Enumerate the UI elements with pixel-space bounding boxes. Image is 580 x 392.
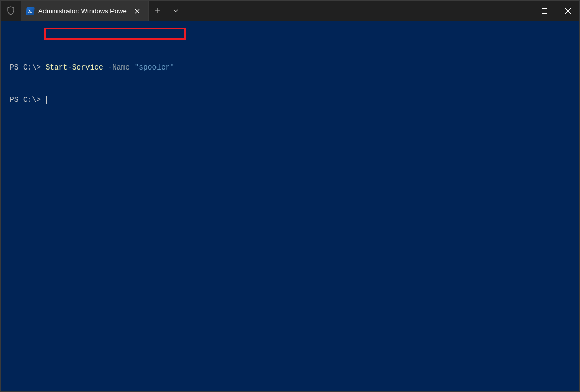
svg-rect-2: [542, 8, 547, 13]
cursor: [46, 96, 47, 104]
close-icon: [565, 8, 571, 14]
window-minimize-button[interactable]: [509, 1, 532, 21]
chevron-down-icon: [173, 9, 179, 12]
tab-title: Administrator: Windows Powe: [38, 7, 127, 15]
terminal-tab[interactable]: Administrator: Windows Powe: [21, 1, 148, 21]
annotation-highlight-box: [44, 28, 186, 40]
maximize-icon: [542, 8, 547, 14]
terminal-line: PS C:\> Start-Service -Name "spooler": [10, 62, 570, 73]
window-controls: [509, 1, 579, 21]
titlebar-drag-area[interactable]: [185, 1, 509, 21]
powershell-icon: [26, 7, 34, 15]
plus-icon: [154, 8, 161, 14]
command-string: "spooler": [135, 63, 174, 72]
terminal-body[interactable]: PS C:\> Start-Service -Name "spooler" PS…: [1, 21, 579, 125]
window-maximize-button[interactable]: [532, 1, 556, 21]
command-parameter: -Name: [103, 63, 135, 72]
window-titlebar: Administrator: Windows Powe: [1, 1, 579, 21]
command-cmdlet: Start-Service: [46, 63, 103, 72]
tab-actions: [148, 1, 185, 21]
window-close-button[interactable]: [556, 1, 579, 21]
shield-icon: [7, 6, 15, 15]
admin-shield-area: [1, 1, 21, 21]
prompt: PS C:\>: [10, 63, 46, 72]
new-tab-button[interactable]: [148, 1, 167, 21]
prompt: PS C:\>: [10, 96, 46, 104]
close-icon: [135, 9, 140, 14]
terminal-line: PS C:\>: [10, 95, 570, 105]
tab-dropdown-button[interactable]: [167, 1, 185, 21]
tab-close-button[interactable]: [131, 5, 143, 17]
minimize-icon: [518, 8, 524, 14]
